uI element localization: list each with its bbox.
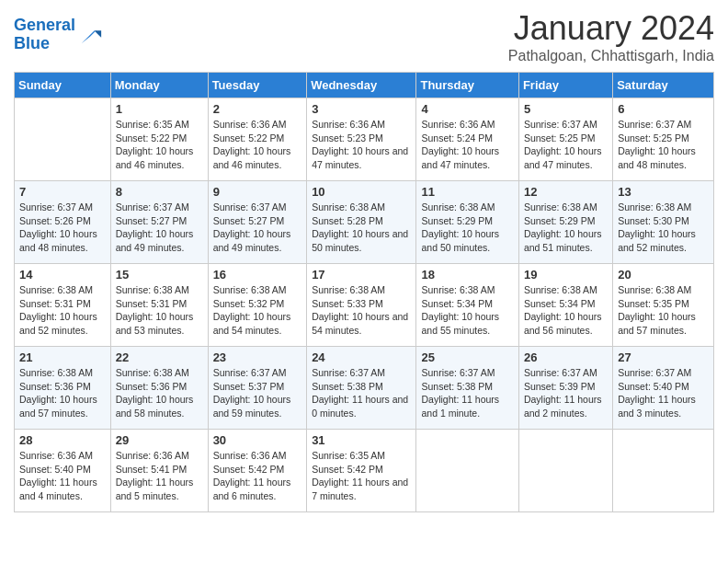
day-number: 14 — [19, 268, 106, 282]
day-number: 20 — [618, 268, 709, 282]
day-number: 16 — [213, 268, 302, 282]
title-area: January 2024 Pathalgoan, Chhattisgarh, I… — [508, 9, 714, 64]
cell-content: Sunrise: 6:38 AMSunset: 5:33 PMDaylight:… — [312, 283, 411, 338]
week-row-3: 14Sunrise: 6:38 AMSunset: 5:31 PMDayligh… — [15, 264, 714, 347]
logo-icon — [77, 22, 103, 48]
calendar-cell — [613, 430, 714, 512]
cell-content: Sunrise: 6:36 AMSunset: 5:40 PMDaylight:… — [19, 449, 106, 503]
cell-content: Sunrise: 6:35 AMSunset: 5:42 PMDaylight:… — [312, 449, 411, 503]
week-row-4: 21Sunrise: 6:38 AMSunset: 5:36 PMDayligh… — [15, 347, 714, 430]
calendar-cell: 3Sunrise: 6:36 AMSunset: 5:23 PMDaylight… — [307, 98, 416, 181]
day-number: 5 — [524, 102, 608, 116]
calendar-cell: 11Sunrise: 6:38 AMSunset: 5:29 PMDayligh… — [416, 181, 518, 264]
cell-content: Sunrise: 6:36 AMSunset: 5:23 PMDaylight:… — [312, 118, 411, 172]
cell-content: Sunrise: 6:38 AMSunset: 5:31 PMDaylight:… — [116, 283, 203, 338]
calendar-cell: 10Sunrise: 6:38 AMSunset: 5:28 PMDayligh… — [307, 181, 416, 264]
cell-content: Sunrise: 6:38 AMSunset: 5:35 PMDaylight:… — [618, 283, 709, 338]
day-number: 29 — [116, 433, 203, 447]
col-header-monday: Monday — [110, 73, 208, 98]
logo: General Blue — [14, 17, 103, 53]
cell-content: Sunrise: 6:38 AMSunset: 5:36 PMDaylight:… — [116, 366, 203, 420]
day-number: 21 — [19, 350, 106, 364]
calendar-cell: 22Sunrise: 6:38 AMSunset: 5:36 PMDayligh… — [110, 347, 208, 430]
day-number: 2 — [213, 102, 302, 116]
header-row: SundayMondayTuesdayWednesdayThursdayFrid… — [15, 73, 714, 98]
calendar-cell: 13Sunrise: 6:38 AMSunset: 5:30 PMDayligh… — [613, 181, 714, 264]
calendar-cell: 18Sunrise: 6:38 AMSunset: 5:34 PMDayligh… — [416, 264, 518, 347]
day-number: 4 — [421, 102, 513, 116]
subtitle: Pathalgoan, Chhattisgarh, India — [508, 48, 714, 64]
cell-content: Sunrise: 6:37 AMSunset: 5:25 PMDaylight:… — [524, 118, 608, 172]
col-header-friday: Friday — [518, 73, 612, 98]
calendar-cell: 12Sunrise: 6:38 AMSunset: 5:29 PMDayligh… — [518, 181, 612, 264]
col-header-wednesday: Wednesday — [307, 73, 416, 98]
calendar-cell: 1Sunrise: 6:35 AMSunset: 5:22 PMDaylight… — [110, 98, 208, 181]
header: General Blue January 2024 Pathalgoan, Ch… — [14, 9, 714, 64]
day-number: 12 — [524, 185, 608, 199]
calendar-cell: 17Sunrise: 6:38 AMSunset: 5:33 PMDayligh… — [307, 264, 416, 347]
day-number: 30 — [213, 433, 302, 447]
cell-content: Sunrise: 6:36 AMSunset: 5:24 PMDaylight:… — [421, 118, 513, 172]
calendar-cell: 21Sunrise: 6:38 AMSunset: 5:36 PMDayligh… — [15, 347, 111, 430]
calendar-cell: 16Sunrise: 6:38 AMSunset: 5:32 PMDayligh… — [208, 264, 307, 347]
calendar-cell: 31Sunrise: 6:35 AMSunset: 5:42 PMDayligh… — [307, 430, 416, 512]
calendar-cell: 20Sunrise: 6:38 AMSunset: 5:35 PMDayligh… — [613, 264, 714, 347]
cell-content: Sunrise: 6:37 AMSunset: 5:40 PMDaylight:… — [618, 366, 709, 420]
day-number: 18 — [421, 268, 513, 282]
calendar-cell: 26Sunrise: 6:37 AMSunset: 5:39 PMDayligh… — [518, 347, 612, 430]
cell-content: Sunrise: 6:36 AMSunset: 5:41 PMDaylight:… — [116, 449, 203, 503]
calendar-cell: 19Sunrise: 6:38 AMSunset: 5:34 PMDayligh… — [518, 264, 612, 347]
calendar-cell: 24Sunrise: 6:37 AMSunset: 5:38 PMDayligh… — [307, 347, 416, 430]
calendar-cell: 30Sunrise: 6:36 AMSunset: 5:42 PMDayligh… — [208, 430, 307, 512]
calendar-cell: 8Sunrise: 6:37 AMSunset: 5:27 PMDaylight… — [110, 181, 208, 264]
day-number: 6 — [618, 102, 709, 116]
week-row-2: 7Sunrise: 6:37 AMSunset: 5:26 PMDaylight… — [15, 181, 714, 264]
day-number: 25 — [421, 350, 513, 364]
cell-content: Sunrise: 6:38 AMSunset: 5:30 PMDaylight:… — [618, 201, 709, 255]
day-number: 28 — [19, 433, 106, 447]
day-number: 24 — [312, 350, 411, 364]
day-number: 10 — [312, 185, 411, 199]
cell-content: Sunrise: 6:35 AMSunset: 5:22 PMDaylight:… — [116, 118, 203, 172]
calendar-cell: 25Sunrise: 6:37 AMSunset: 5:38 PMDayligh… — [416, 347, 518, 430]
col-header-sunday: Sunday — [15, 73, 111, 98]
day-number: 3 — [312, 102, 411, 116]
calendar-cell: 6Sunrise: 6:37 AMSunset: 5:25 PMDaylight… — [613, 98, 714, 181]
day-number: 11 — [421, 185, 513, 199]
day-number: 7 — [19, 185, 106, 199]
calendar-cell: 2Sunrise: 6:36 AMSunset: 5:22 PMDaylight… — [208, 98, 307, 181]
day-number: 8 — [116, 185, 203, 199]
col-header-saturday: Saturday — [613, 73, 714, 98]
calendar-cell: 9Sunrise: 6:37 AMSunset: 5:27 PMDaylight… — [208, 181, 307, 264]
cell-content: Sunrise: 6:37 AMSunset: 5:26 PMDaylight:… — [19, 201, 106, 255]
month-title: January 2024 — [508, 9, 714, 48]
day-number: 31 — [312, 433, 411, 447]
day-number: 23 — [213, 350, 302, 364]
day-number: 22 — [116, 350, 203, 364]
calendar-cell: 29Sunrise: 6:36 AMSunset: 5:41 PMDayligh… — [110, 430, 208, 512]
cell-content: Sunrise: 6:37 AMSunset: 5:37 PMDaylight:… — [213, 366, 302, 420]
cell-content: Sunrise: 6:37 AMSunset: 5:27 PMDaylight:… — [116, 201, 203, 255]
logo-text: General Blue — [14, 17, 75, 53]
cell-content: Sunrise: 6:38 AMSunset: 5:29 PMDaylight:… — [421, 201, 513, 255]
calendar-cell — [518, 430, 612, 512]
cell-content: Sunrise: 6:38 AMSunset: 5:36 PMDaylight:… — [19, 366, 106, 420]
day-number: 26 — [524, 350, 608, 364]
calendar-cell: 28Sunrise: 6:36 AMSunset: 5:40 PMDayligh… — [15, 430, 111, 512]
day-number: 15 — [116, 268, 203, 282]
cell-content: Sunrise: 6:38 AMSunset: 5:31 PMDaylight:… — [19, 283, 106, 338]
cell-content: Sunrise: 6:38 AMSunset: 5:29 PMDaylight:… — [524, 201, 608, 255]
day-number: 27 — [618, 350, 709, 364]
calendar-cell: 4Sunrise: 6:36 AMSunset: 5:24 PMDaylight… — [416, 98, 518, 181]
calendar-cell: 5Sunrise: 6:37 AMSunset: 5:25 PMDaylight… — [518, 98, 612, 181]
calendar-cell: 14Sunrise: 6:38 AMSunset: 5:31 PMDayligh… — [15, 264, 111, 347]
cell-content: Sunrise: 6:37 AMSunset: 5:25 PMDaylight:… — [618, 118, 709, 172]
day-number: 9 — [213, 185, 302, 199]
calendar-cell: 15Sunrise: 6:38 AMSunset: 5:31 PMDayligh… — [110, 264, 208, 347]
cell-content: Sunrise: 6:38 AMSunset: 5:28 PMDaylight:… — [312, 201, 411, 255]
svg-marker-1 — [95, 30, 101, 37]
day-number: 1 — [116, 102, 203, 116]
col-header-tuesday: Tuesday — [208, 73, 307, 98]
day-number: 13 — [618, 185, 709, 199]
cell-content: Sunrise: 6:37 AMSunset: 5:39 PMDaylight:… — [524, 366, 608, 420]
